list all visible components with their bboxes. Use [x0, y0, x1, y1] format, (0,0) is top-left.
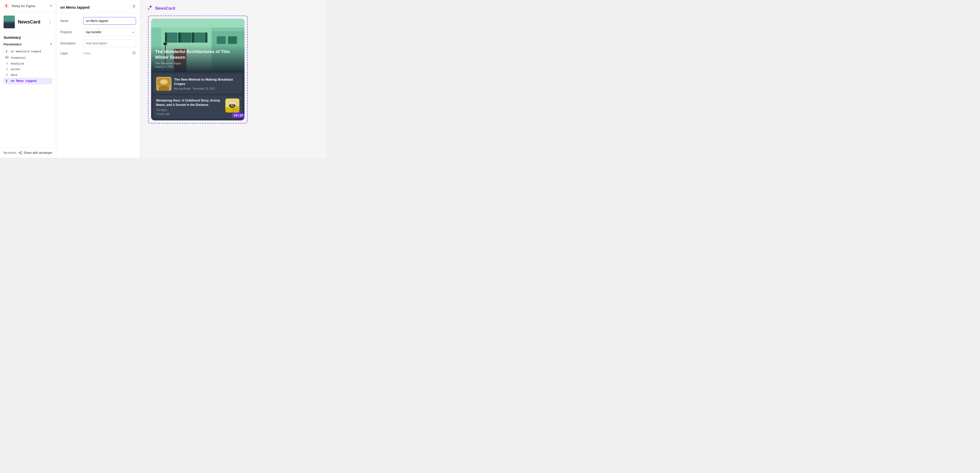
- svg-point-5: [19, 152, 20, 153]
- article-small-author: Morning Break: [174, 87, 191, 90]
- article-small-left: The New Method to Making Breakfast Crepe…: [153, 74, 242, 94]
- article-small-meta: Morning Break November 10, 2021: [174, 87, 239, 90]
- description-input[interactable]: [83, 40, 136, 47]
- svg-rect-26: [217, 36, 226, 44]
- param-author[interactable]: T author: [3, 67, 52, 72]
- text-icon: T: [5, 74, 9, 76]
- svg-rect-16: [194, 32, 205, 43]
- svg-rect-14: [166, 32, 178, 43]
- crosshair-icon[interactable]: [132, 51, 136, 56]
- name-input[interactable]: [83, 17, 136, 25]
- property-label: Property: [60, 30, 81, 34]
- svg-rect-9: [149, 5, 152, 8]
- param-label: date: [11, 73, 18, 76]
- delete-button[interactable]: [132, 5, 136, 10]
- relay-logo-icon: [3, 3, 9, 9]
- layer-row: Layer menu: [60, 51, 136, 56]
- svg-rect-15: [180, 32, 192, 43]
- preview-frame: The Wonderful Architectures of This Wint…: [148, 16, 248, 124]
- param-on-menu-tapped[interactable]: on Menu tapped: [3, 78, 52, 84]
- component-icon: [148, 5, 153, 11]
- event-header: on Menu tapped: [56, 0, 140, 13]
- param-label: thumbnail: [11, 56, 26, 59]
- parameters-header: Parameters +: [3, 42, 52, 46]
- layer-label: Layer: [60, 52, 81, 55]
- param-label: on Menu tapped: [11, 79, 37, 83]
- svg-rect-22: [205, 32, 207, 43]
- svg-rect-28: [151, 19, 245, 27]
- app-logo-group: Relay for Figma: [3, 3, 35, 9]
- app-title: Relay for Figma: [12, 4, 35, 8]
- article-right-thumb-wrapper: 24 × 24: [225, 98, 239, 113]
- property-row: Property tap-handler ▾: [60, 28, 136, 36]
- left-panel: Relay for Figma × NewsCard ⋮ Summary Par…: [0, 0, 56, 158]
- selection-indicator: [233, 106, 240, 113]
- summary-title: Summary: [3, 35, 52, 40]
- article-right-author: The Bees: [156, 109, 223, 111]
- news-card: The Wonderful Architectures of This Wint…: [151, 19, 245, 121]
- name-row: Name: [60, 17, 136, 25]
- article-small-right: Wondering Hour: A Childhood Story, Grizz…: [153, 95, 242, 118]
- svg-rect-21: [192, 32, 194, 43]
- svg-rect-36: [230, 104, 231, 106]
- text-icon: T: [5, 68, 9, 71]
- article-hero: The Wonderful Architectures of This Wint…: [151, 19, 245, 72]
- tap-active-icon: [5, 79, 9, 83]
- hero-article-author: The Seasonal Sagas: [155, 62, 240, 65]
- text-icon: T: [5, 62, 9, 65]
- svg-rect-37: [232, 104, 233, 106]
- component-header: NewsCard ⋮: [0, 12, 56, 32]
- param-date[interactable]: T date: [3, 72, 52, 78]
- close-button[interactable]: ×: [50, 4, 52, 8]
- event-form: Name Property tap-handler ▾ Description …: [56, 13, 140, 60]
- preview-title-text: NewsCard: [155, 6, 175, 11]
- share-developer-button[interactable]: Share with developer: [18, 151, 52, 155]
- component-thumbnail: [3, 16, 15, 28]
- svg-point-40: [232, 102, 236, 104]
- svg-point-3: [6, 80, 7, 81]
- article-small-content: The New Method to Making Breakfast Crepe…: [174, 78, 239, 90]
- name-label: Name: [60, 19, 81, 23]
- hero-article-date: August 25, 2021: [155, 65, 240, 68]
- article-small-date: November 10, 2021: [192, 87, 215, 90]
- param-headline[interactable]: T headline: [3, 61, 52, 67]
- layer-value: menu: [83, 52, 129, 55]
- svg-point-4: [21, 152, 22, 152]
- add-parameter-button[interactable]: +: [50, 42, 52, 46]
- svg-point-39: [228, 102, 232, 104]
- app-header: Relay for Figma ×: [0, 0, 56, 12]
- panel-footer: No errors Share with developer: [0, 148, 56, 158]
- svg-rect-17: [165, 32, 167, 43]
- image-icon: [5, 56, 9, 60]
- article-right-date: 4 hours ago: [156, 113, 223, 115]
- svg-point-8: [134, 52, 135, 53]
- property-select[interactable]: tap-handler: [83, 28, 136, 36]
- event-title: on Menu tapped: [60, 5, 89, 10]
- more-options-button[interactable]: ⋮: [48, 19, 52, 25]
- parameter-list: on NewsCard tapped thumbnail T headline: [3, 48, 52, 84]
- hero-overlay: The Wonderful Architectures of This Wint…: [151, 45, 245, 72]
- article-right-title: Wondering Hour: A Childhood Story, Grizz…: [156, 98, 223, 107]
- svg-rect-38: [234, 104, 234, 106]
- share-label: Share with developer: [24, 151, 52, 155]
- param-thumbnail[interactable]: thumbnail: [3, 55, 52, 61]
- param-label: headline: [11, 62, 24, 65]
- description-label: Description: [60, 41, 81, 45]
- parameters-title: Parameters: [3, 42, 22, 46]
- article-right-content: Wondering Hour: A Childhood Story, Grizz…: [156, 98, 223, 115]
- svg-rect-19: [179, 32, 181, 43]
- tap-icon: [5, 49, 9, 53]
- param-label: author: [11, 68, 21, 71]
- description-row: Description: [60, 40, 136, 47]
- size-badge: 24 × 24: [232, 113, 245, 117]
- no-errors-label: No errors: [3, 151, 16, 155]
- article-small-title: The New Method to Making Breakfast Crepe…: [174, 78, 239, 86]
- param-on-newscard-tapped[interactable]: on NewsCard tapped: [3, 48, 52, 55]
- svg-point-6: [21, 154, 22, 154]
- middle-panel: on Menu tapped Name Property tap-handler…: [56, 0, 140, 158]
- component-name: NewsCard: [18, 19, 48, 25]
- article-small-thumbnail: [156, 77, 172, 91]
- preview-header: NewsCard: [148, 5, 319, 11]
- summary-section: Summary Parameters + on NewsCard tapped: [0, 32, 56, 84]
- svg-point-31: [160, 79, 168, 84]
